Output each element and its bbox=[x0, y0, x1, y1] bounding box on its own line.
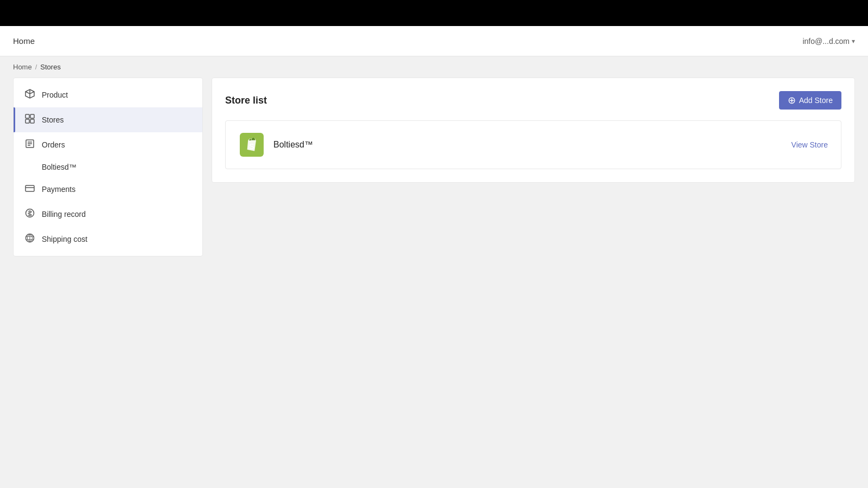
billing-icon bbox=[24, 208, 35, 220]
svg-rect-3 bbox=[30, 119, 34, 123]
plus-circle-icon: ⊕ bbox=[788, 95, 796, 105]
sidebar-orders-label: Orders bbox=[42, 140, 65, 149]
sidebar-item-payments[interactable]: Payments bbox=[14, 177, 202, 202]
store-item: S Boltiesd™ View Store bbox=[226, 121, 841, 169]
top-bar bbox=[0, 0, 868, 26]
main-layout: Product Stores bbox=[0, 78, 868, 487]
sidebar-stores-label: Stores bbox=[42, 115, 63, 124]
add-store-button[interactable]: ⊕ Add Store bbox=[779, 91, 841, 110]
header-user-menu[interactable]: info@...d.com ▾ bbox=[802, 37, 855, 46]
breadcrumb-home[interactable]: Home bbox=[13, 63, 32, 71]
sidebar-item-boltiesd[interactable]: Boltiesd™ bbox=[14, 157, 202, 177]
sidebar-item-product[interactable]: Product bbox=[14, 82, 202, 107]
sidebar-shipping-label: Shipping cost bbox=[42, 235, 87, 243]
svg-rect-8 bbox=[25, 185, 34, 191]
svg-rect-1 bbox=[30, 114, 34, 118]
sidebar-product-label: Product bbox=[42, 91, 68, 99]
header-home-link[interactable]: Home bbox=[13, 36, 35, 46]
store-logo: S bbox=[239, 132, 265, 158]
sidebar: Product Stores bbox=[13, 78, 203, 256]
sidebar-item-billing[interactable]: Billing record bbox=[14, 202, 202, 227]
breadcrumb-current: Stores bbox=[40, 63, 61, 71]
breadcrumb-separator: / bbox=[35, 63, 37, 71]
store-name: Boltiesd™ bbox=[273, 140, 313, 150]
orders-icon bbox=[24, 139, 35, 151]
store-list: S Boltiesd™ View Store bbox=[225, 120, 841, 169]
svg-text:S: S bbox=[249, 142, 254, 151]
view-store-link[interactable]: View Store bbox=[792, 140, 828, 149]
sidebar-item-stores[interactable]: Stores bbox=[14, 107, 202, 132]
svg-rect-0 bbox=[25, 114, 29, 118]
chevron-down-icon: ▾ bbox=[852, 37, 855, 45]
sidebar-boltiesd-label: Boltiesd™ bbox=[42, 163, 76, 171]
product-icon bbox=[24, 89, 35, 101]
content-header: Store list ⊕ Add Store bbox=[225, 91, 841, 110]
stores-icon bbox=[24, 114, 35, 126]
page-title: Store list bbox=[225, 95, 267, 106]
shipping-icon bbox=[24, 233, 35, 245]
content-area: Store list ⊕ Add Store S bbox=[212, 78, 855, 183]
breadcrumb: Home / Stores bbox=[0, 56, 868, 78]
payments-icon bbox=[24, 183, 35, 195]
sidebar-item-orders[interactable]: Orders bbox=[14, 132, 202, 157]
sidebar-payments-label: Payments bbox=[42, 185, 75, 194]
header: Home info@...d.com ▾ bbox=[0, 26, 868, 56]
sidebar-item-shipping[interactable]: Shipping cost bbox=[14, 227, 202, 252]
add-store-label: Add Store bbox=[799, 96, 833, 105]
store-item-left: S Boltiesd™ bbox=[239, 132, 313, 158]
svg-rect-2 bbox=[25, 119, 29, 123]
sidebar-billing-label: Billing record bbox=[42, 210, 86, 219]
header-user-email: info@...d.com bbox=[802, 37, 850, 46]
